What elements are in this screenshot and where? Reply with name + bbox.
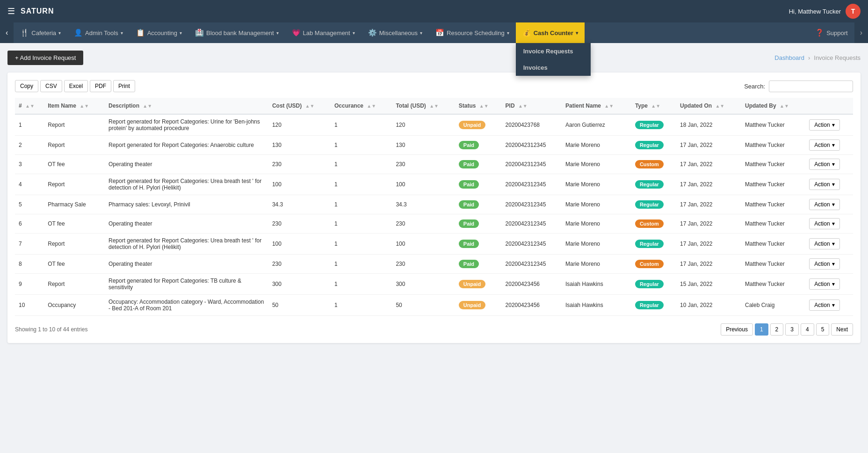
action-button[interactable]: Action ▾ [809, 278, 839, 290]
table-row: 1 Report Report generated for Report Cat… [15, 114, 853, 136]
cell-num: 5 [15, 195, 44, 214]
search-input[interactable] [769, 80, 853, 92]
print-button[interactable]: Print [113, 80, 135, 92]
sidebar-item-blood-bank[interactable]: 🏥 Blood bank Management ▾ [188, 22, 285, 43]
cell-cost: 100 [268, 234, 331, 255]
action-button[interactable]: Action ▾ [809, 139, 839, 151]
search-bar: Search: [744, 80, 853, 92]
table-container: Copy CSV Excel PDF Print Search: # ▲▼ It… [7, 73, 861, 343]
next-button[interactable]: Next [831, 323, 853, 336]
col-type[interactable]: Type ▲▼ [631, 98, 676, 114]
cell-description: Report generated for Report Categories: … [105, 174, 268, 195]
action-button[interactable]: Action ▾ [809, 119, 839, 131]
add-invoice-request-button[interactable]: + Add Invoice Request [7, 51, 83, 65]
page-1-button[interactable]: 1 [755, 323, 768, 336]
previous-button[interactable]: Previous [721, 323, 753, 336]
nav-back-button[interactable]: ‹ [0, 22, 14, 43]
cell-item-name: Report [44, 174, 105, 195]
cell-total: 120 [392, 114, 455, 136]
sidebar-item-lab-management[interactable]: 💗 Lab Management ▾ [285, 22, 362, 43]
sidebar-item-cafeteria[interactable]: 🍴 Cafeteria ▾ [14, 22, 67, 43]
miscellaneous-icon: ⚙️ [368, 29, 377, 37]
cell-num: 6 [15, 214, 44, 234]
nav-item-label: Cash Counter [534, 29, 573, 37]
chevron-down-icon: ▾ [832, 261, 835, 267]
col-updated-by[interactable]: Updated By ▲▼ [741, 98, 805, 114]
sidebar-item-support[interactable]: ❓ Support [809, 22, 854, 43]
sidebar-item-admin-tools[interactable]: 👤 Admin Tools ▾ [67, 22, 130, 43]
col-patient-name[interactable]: Patient Name ▲▼ [562, 98, 631, 114]
table-row: 8 OT fee Operating theater 230 1 230 Pai… [15, 255, 853, 274]
cell-status: Unpaid [455, 274, 502, 295]
nav-item-label: Accounting [147, 29, 177, 37]
export-bar: Copy CSV Excel PDF Print Search: [15, 80, 853, 92]
nav-forward-button[interactable]: › [854, 22, 868, 43]
cell-total: 34.3 [392, 195, 455, 214]
col-num[interactable]: # ▲▼ [15, 98, 44, 114]
action-button[interactable]: Action ▾ [809, 258, 839, 270]
col-total[interactable]: Total (USD) ▲▼ [392, 98, 455, 114]
cell-description: Pharmacy sales: Levoxyl, Prinivil [105, 195, 268, 214]
hamburger-icon[interactable]: ☰ [7, 6, 15, 16]
col-updated-on[interactable]: Updated On ▲▼ [676, 98, 741, 114]
cell-patient-name: Isaiah Hawkins [562, 295, 631, 316]
dd-invoices[interactable]: Invoices [516, 59, 591, 76]
cell-cost: 300 [268, 274, 331, 295]
csv-button[interactable]: CSV [40, 80, 62, 92]
cell-pid: 2020042312345 [502, 214, 562, 234]
action-button[interactable]: Action ▾ [809, 159, 839, 170]
excel-button[interactable]: Excel [64, 80, 88, 92]
sidebar-item-accounting[interactable]: 📋 Accounting ▾ [130, 22, 188, 43]
cell-num: 8 [15, 255, 44, 274]
page-5-button[interactable]: 5 [816, 323, 830, 336]
cell-pid: 2020042312345 [502, 195, 562, 214]
cell-pid: 20200423456 [502, 274, 562, 295]
nav-item-label: Cafeteria [31, 29, 56, 37]
action-button[interactable]: Action ▾ [809, 300, 839, 311]
nav-item-label: Blood bank Management [206, 29, 274, 37]
cell-item-name: Report [44, 114, 105, 136]
pdf-button[interactable]: PDF [90, 80, 111, 92]
cell-updated-on: 17 Jan, 2022 [676, 174, 741, 195]
breadcrumb: Dashboard › Invoice Requests [774, 54, 861, 61]
cell-item-name: OT fee [44, 255, 105, 274]
action-button[interactable]: Action ▾ [809, 238, 839, 249]
cell-status: Paid [455, 155, 502, 174]
cell-updated-on: 17 Jan, 2022 [676, 214, 741, 234]
cell-updated-by: Matthew Tucker [741, 195, 805, 214]
col-item-name[interactable]: Item Name ▲▼ [44, 98, 105, 114]
cell-type: Regular [631, 136, 676, 155]
action-button[interactable]: Action ▾ [809, 179, 839, 190]
cell-num: 3 [15, 155, 44, 174]
nav-item-label: Support [826, 29, 848, 37]
cell-occurrence: 1 [331, 195, 392, 214]
chevron-down-icon: ▾ [832, 122, 835, 128]
cell-updated-by: Matthew Tucker [741, 174, 805, 195]
export-buttons: Copy CSV Excel PDF Print [15, 80, 135, 92]
cell-updated-on: 17 Jan, 2022 [676, 195, 741, 214]
page-2-button[interactable]: 2 [770, 323, 784, 336]
col-cost[interactable]: Cost (USD) ▲▼ [268, 98, 331, 114]
cell-status: Unpaid [455, 295, 502, 316]
cell-item-name: OT fee [44, 214, 105, 234]
cell-action: Action ▾ [805, 295, 853, 316]
col-description[interactable]: Description ▲▼ [105, 98, 268, 114]
cell-description: Operating theater [105, 214, 268, 234]
breadcrumb-dashboard[interactable]: Dashboard [774, 54, 804, 61]
col-occurrence[interactable]: Occurance ▲▼ [331, 98, 392, 114]
page-3-button[interactable]: 3 [785, 323, 799, 336]
copy-button[interactable]: Copy [15, 80, 38, 92]
cell-cost: 230 [268, 214, 331, 234]
sidebar-item-cash-counter[interactable]: 💰 Cash Counter ▾ Invoice Requests Invoic… [516, 22, 585, 43]
page-4-button[interactable]: 4 [801, 323, 814, 336]
chevron-down-icon: ▾ [276, 30, 279, 36]
action-button[interactable]: Action ▾ [809, 218, 839, 229]
cell-item-name: OT fee [44, 155, 105, 174]
sidebar-item-miscellaneous[interactable]: ⚙️ Miscellaneous ▾ [362, 22, 429, 43]
col-pid[interactable]: PID ▲▼ [502, 98, 562, 114]
action-button[interactable]: Action ▾ [809, 199, 839, 210]
sidebar-item-resource-scheduling[interactable]: 📅 Resource Scheduling ▾ [429, 22, 516, 43]
avatar[interactable]: T [846, 4, 861, 19]
dd-invoice-requests[interactable]: Invoice Requests [516, 43, 591, 59]
col-status[interactable]: Status ▲▼ [455, 98, 502, 114]
